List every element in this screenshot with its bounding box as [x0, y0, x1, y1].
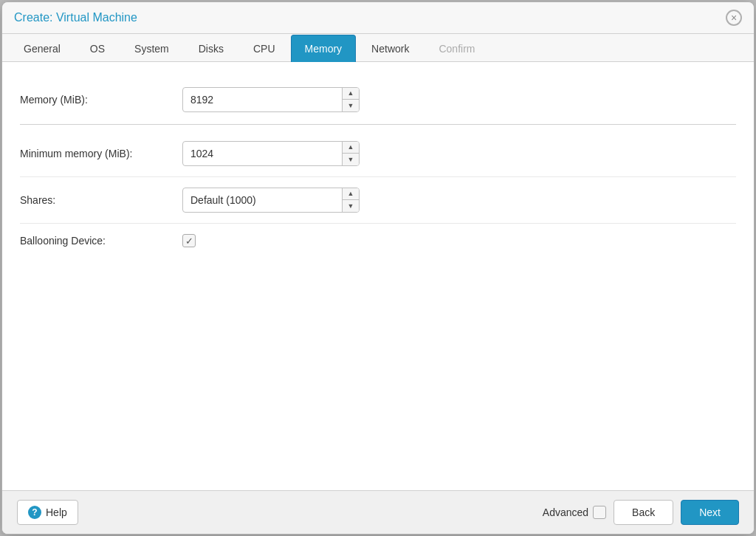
footer-right: Advanced Back Next [543, 500, 739, 525]
form-content: Memory (MiB): ▲ ▼ Minimum memory (MiB): … [2, 62, 754, 490]
memory-up-arrow[interactable]: ▲ [343, 88, 359, 100]
shares-up-arrow: ▲ [343, 188, 359, 200]
tab-os[interactable]: OS [76, 35, 119, 62]
shares-arrows: ▲ ▼ [342, 188, 359, 212]
memory-label: Memory (MiB): [20, 94, 182, 106]
help-label: Help [46, 506, 67, 518]
create-vm-dialog: Create: Virtual Machine × General OS Sys… [1, 1, 755, 535]
tab-general[interactable]: General [10, 35, 75, 62]
memory-input[interactable] [183, 89, 342, 110]
shares-row: Shares: Default (1000) Low (250) Medium … [20, 177, 736, 224]
help-icon: ? [28, 506, 41, 519]
advanced-checkbox[interactable] [593, 506, 606, 519]
tab-memory[interactable]: Memory [291, 35, 357, 62]
close-button[interactable]: × [726, 10, 742, 26]
tab-network[interactable]: Network [357, 35, 423, 62]
ballooning-row: Ballooning Device: [20, 224, 736, 258]
tab-confirm: Confirm [425, 35, 489, 62]
shares-down-arrow: ▼ [343, 200, 359, 212]
next-button[interactable]: Next [681, 500, 739, 525]
min-memory-input[interactable] [183, 143, 342, 164]
min-memory-row: Minimum memory (MiB): ▲ ▼ [20, 131, 736, 177]
help-button[interactable]: ? Help [17, 500, 78, 525]
memory-spinbox[interactable]: ▲ ▼ [182, 87, 360, 112]
footer-left: ? Help [17, 500, 78, 525]
tab-disks[interactable]: Disks [185, 35, 238, 62]
shares-label: Shares: [20, 194, 182, 206]
memory-row: Memory (MiB): ▲ ▼ [20, 77, 736, 125]
memory-arrows: ▲ ▼ [342, 88, 359, 111]
tab-cpu[interactable]: CPU [239, 35, 289, 62]
tabs-bar: General OS System Disks CPU Memory Netwo… [2, 34, 754, 62]
back-button[interactable]: Back [614, 500, 673, 525]
title-bar: Create: Virtual Machine × [2, 2, 754, 34]
memory-down-arrow[interactable]: ▼ [343, 100, 359, 111]
footer: ? Help Advanced Back Next [2, 490, 754, 534]
min-memory-up-arrow[interactable]: ▲ [343, 142, 359, 154]
ballooning-label: Ballooning Device: [20, 235, 182, 247]
dialog-title: Create: Virtual Machine [14, 11, 137, 24]
advanced-memory-group: Minimum memory (MiB): ▲ ▼ Shares: Defaul… [20, 128, 736, 258]
ballooning-checkbox-area[interactable] [182, 234, 196, 247]
tab-system[interactable]: System [120, 35, 183, 62]
min-memory-label: Minimum memory (MiB): [20, 148, 182, 159]
min-memory-spinbox[interactable]: ▲ ▼ [182, 141, 360, 166]
shares-select-box[interactable]: Default (1000) Low (250) Medium (500) Hi… [182, 188, 360, 213]
ballooning-checkbox[interactable] [182, 234, 196, 247]
advanced-label: Advanced [543, 506, 588, 518]
min-memory-down-arrow[interactable]: ▼ [343, 154, 359, 165]
advanced-area: Advanced [543, 506, 606, 519]
shares-select[interactable]: Default (1000) Low (250) Medium (500) Hi… [183, 190, 342, 210]
min-memory-arrows: ▲ ▼ [342, 142, 359, 165]
